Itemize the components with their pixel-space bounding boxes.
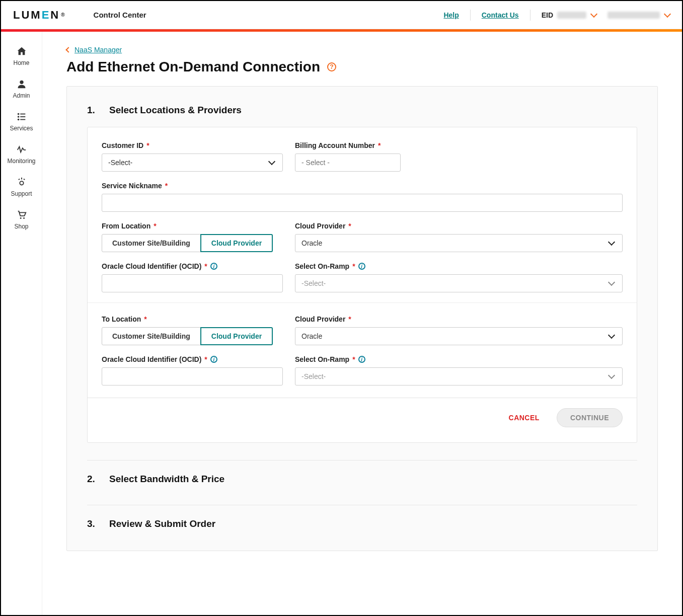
from-onramp-label: Select On-Ramp* i: [295, 262, 623, 270]
to-customer-site-toggle[interactable]: Customer Site/Building: [102, 327, 201, 345]
help-link[interactable]: Help: [443, 11, 459, 19]
svg-rect-10: [23, 179, 25, 180]
ban-label: Billing Account Number*: [295, 141, 401, 149]
required-indicator: *: [378, 141, 381, 149]
page-title-text: Add Ethernet On-Demand Connection: [66, 59, 320, 75]
account-dropdown[interactable]: [608, 12, 670, 19]
chevron-down-icon: [268, 158, 275, 165]
continue-button[interactable]: CONTINUE: [557, 408, 623, 427]
sidebar-item-label: Support: [11, 190, 32, 197]
required-indicator: *: [165, 182, 168, 190]
required-indicator: *: [146, 141, 149, 149]
logo-text-e: E: [42, 9, 51, 22]
from-cloud-provider-toggle[interactable]: Cloud Provider: [200, 234, 273, 252]
step-3-header[interactable]: 3. Review & Submit Order: [87, 516, 637, 532]
ban-input[interactable]: [295, 153, 401, 172]
sidebar-item-label: Monitoring: [7, 158, 35, 165]
step-number: 2.: [87, 474, 96, 485]
sidebar-item-label: Services: [10, 125, 33, 132]
step-number: 1.: [87, 105, 96, 116]
home-icon: [16, 46, 27, 57]
from-ocid-input[interactable]: [102, 274, 283, 292]
step-title: Select Locations & Providers: [109, 105, 242, 116]
nickname-input[interactable]: [102, 194, 623, 212]
customer-id-select[interactable]: -Select-: [102, 153, 283, 172]
from-onramp-placeholder: -Select-: [301, 279, 326, 287]
breadcrumb-back-link[interactable]: NaaS Manager: [74, 46, 122, 54]
sidebar-item-home[interactable]: Home: [1, 41, 42, 73]
chevron-down-icon: [608, 239, 615, 246]
to-location-label: To Location*: [102, 315, 283, 323]
eid-dropdown[interactable]: EID: [542, 11, 596, 19]
logo-text-prefix: LUM: [13, 9, 42, 22]
required-indicator: *: [154, 222, 156, 230]
from-cloud-provider-select[interactable]: Oracle: [295, 234, 623, 252]
list-icon: [16, 111, 27, 122]
account-name-redacted: [608, 12, 660, 19]
to-cloud-provider-value: Oracle: [301, 332, 322, 340]
step-title: Review & Submit Order: [109, 518, 215, 529]
help-icon[interactable]: ?: [327, 62, 336, 71]
sidebar: Home Admin Services Monitoring Support S…: [1, 32, 42, 615]
app-title: Control Center: [94, 11, 146, 19]
info-icon[interactable]: i: [210, 263, 217, 270]
sidebar-item-label: Admin: [13, 92, 30, 99]
chevron-down-icon: [608, 279, 615, 286]
sidebar-item-shop[interactable]: Shop: [1, 204, 42, 237]
user-icon: [16, 79, 27, 90]
sidebar-item-label: Home: [13, 59, 29, 66]
activity-icon: [16, 144, 27, 155]
svg-point-12: [23, 217, 25, 219]
to-cloud-provider-toggle[interactable]: Cloud Provider: [200, 327, 273, 345]
svg-point-5: [17, 119, 19, 121]
svg-rect-8: [21, 178, 22, 180]
required-indicator: *: [348, 315, 351, 323]
logo: LUMEN®: [13, 9, 66, 22]
step-2-header[interactable]: 2. Select Bandwidth & Price: [87, 472, 637, 488]
divider-icon: [530, 10, 530, 21]
from-customer-site-toggle[interactable]: Customer Site/Building: [102, 234, 201, 252]
info-icon[interactable]: i: [210, 356, 217, 363]
sidebar-item-support[interactable]: Support: [1, 172, 42, 204]
chevron-left-icon: [65, 47, 71, 52]
from-ocid-label: Oracle Cloud Identifier (OCID)* i: [102, 262, 283, 270]
to-onramp-label: Select On-Ramp* i: [295, 355, 623, 363]
info-icon[interactable]: i: [358, 356, 365, 363]
sidebar-item-services[interactable]: Services: [1, 106, 42, 139]
logo-text-suffix: N: [50, 9, 60, 22]
customer-id-label: Customer ID*: [102, 141, 283, 149]
svg-point-11: [20, 217, 21, 219]
to-cloud-provider-select[interactable]: Oracle: [295, 327, 623, 345]
sidebar-item-admin[interactable]: Admin: [1, 73, 42, 106]
gear-icon: [16, 177, 27, 188]
sidebar-item-monitoring[interactable]: Monitoring: [1, 139, 42, 172]
to-onramp-placeholder: -Select-: [301, 372, 326, 380]
from-location-label: From Location*: [102, 222, 283, 230]
step-1-header: 1. Select Locations & Providers: [87, 105, 637, 116]
required-indicator: *: [204, 262, 207, 270]
svg-rect-2: [20, 114, 25, 115]
nickname-label: Service Nickname*: [102, 182, 623, 190]
chevron-down-icon: [590, 11, 597, 18]
svg-point-7: [20, 181, 23, 185]
cancel-button[interactable]: CANCEL: [506, 413, 543, 422]
breadcrumb: NaaS Manager: [66, 46, 658, 54]
sidebar-item-label: Shop: [14, 223, 28, 230]
page-title: Add Ethernet On-Demand Connection ?: [66, 59, 658, 75]
svg-point-3: [17, 116, 19, 118]
to-ocid-label: Oracle Cloud Identifier (OCID)* i: [102, 355, 283, 363]
required-indicator: *: [352, 262, 355, 270]
chevron-down-icon: [608, 332, 615, 339]
step-divider: [87, 460, 637, 460]
chevron-down-icon: [608, 372, 615, 379]
contact-us-link[interactable]: Contact Us: [482, 11, 519, 19]
wizard-panel: 1. Select Locations & Providers Customer…: [66, 86, 658, 551]
to-onramp-select[interactable]: -Select-: [295, 367, 623, 386]
required-indicator: *: [144, 315, 146, 323]
from-onramp-select[interactable]: -Select-: [295, 274, 623, 292]
svg-point-0: [20, 81, 23, 84]
to-ocid-input[interactable]: [102, 367, 283, 386]
section-divider: [88, 302, 637, 303]
cart-icon: [16, 209, 27, 220]
info-icon[interactable]: i: [358, 263, 365, 270]
